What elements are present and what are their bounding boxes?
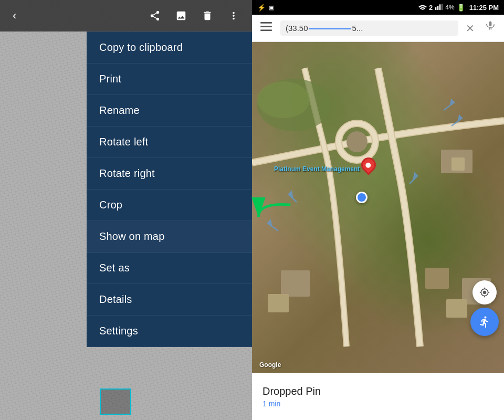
notification-icon: ▣: [269, 4, 274, 11]
menu-item-crop[interactable]: Crop: [87, 190, 252, 221]
toolbar: ‹: [0, 0, 252, 32]
location-dot: [356, 192, 368, 203]
svg-marker-20: [289, 192, 292, 197]
status-right: 2 4% 🔋 11:25 PM: [418, 4, 499, 12]
share-icon: [149, 10, 161, 22]
mic-button[interactable]: [482, 18, 499, 38]
wifi-icon: [418, 4, 427, 12]
search-underline: [309, 28, 351, 29]
green-arrow-icon: [248, 197, 298, 237]
menu-item-details[interactable]: Details: [87, 284, 252, 316]
dropped-pin-title: Dropped Pin: [262, 385, 494, 397]
usb-icon: ⚡: [257, 4, 266, 12]
svg-rect-24: [452, 158, 465, 171]
gallery-button[interactable]: [168, 6, 194, 26]
svg-rect-5: [260, 22, 272, 24]
context-menu: Copy to clipboard Print Rename Rotate le…: [87, 32, 252, 347]
menu-item-settings[interactable]: Settings: [87, 316, 252, 347]
status-bar: ⚡ ▣ 2 4% 🔋 11:25 PM: [252, 0, 504, 15]
walk-button[interactable]: [470, 308, 499, 336]
menu-item-show-on-map[interactable]: Show on map: [87, 221, 252, 253]
menu-item-rotate-right[interactable]: Rotate right: [87, 158, 252, 190]
svg-rect-28: [281, 270, 310, 297]
time-badge: 1 min: [262, 400, 494, 408]
map-pin: [361, 158, 376, 172]
hamburger-menu-button[interactable]: [257, 20, 275, 36]
svg-rect-29: [268, 294, 289, 312]
search-input[interactable]: (33.505...: [280, 20, 458, 36]
bottom-info-panel: Dropped Pin 1 min: [252, 373, 504, 420]
delete-icon: [202, 10, 213, 22]
more-icon: [228, 10, 239, 22]
battery-icon: 🔋: [457, 4, 465, 12]
my-location-button[interactable]: [472, 280, 497, 304]
svg-marker-22: [414, 173, 417, 178]
back-button[interactable]: ‹: [5, 5, 24, 27]
image-thumbnail: [100, 388, 131, 415]
left-panel: ‹ Copy to clipboard Print Rename Rota: [0, 0, 252, 420]
svg-rect-2: [437, 6, 439, 10]
svg-marker-16: [458, 116, 462, 121]
menu-item-rename[interactable]: Rename: [87, 95, 252, 127]
svg-rect-6: [260, 26, 272, 27]
business-label: Platinum Event Management: [274, 165, 360, 173]
search-clear-button[interactable]: ✕: [464, 20, 477, 37]
menu-item-copy[interactable]: Copy to clipboard: [87, 32, 252, 64]
more-button[interactable]: [220, 6, 247, 26]
signal-number: 2: [429, 4, 433, 12]
share-button[interactable]: [142, 6, 168, 26]
delete-button[interactable]: [194, 6, 220, 26]
svg-point-10: [346, 131, 368, 152]
battery-percent: 4%: [445, 4, 454, 11]
search-bar: (33.505... ✕: [252, 15, 504, 42]
svg-rect-1: [435, 7, 437, 10]
svg-rect-27: [425, 268, 449, 289]
gallery-icon: [175, 10, 187, 22]
menu-item-print[interactable]: Print: [87, 64, 252, 95]
signal-bars-icon: [435, 4, 443, 11]
status-time: 11:25 PM: [469, 4, 499, 12]
svg-marker-14: [450, 100, 454, 105]
svg-rect-7: [260, 29, 272, 31]
svg-rect-26: [446, 299, 467, 318]
svg-rect-3: [439, 4, 441, 10]
svg-point-12: [257, 81, 310, 118]
svg-rect-4: [442, 4, 443, 10]
status-left: ⚡ ▣: [257, 4, 274, 12]
search-text: (33.505...: [286, 24, 363, 33]
google-watermark: Google: [259, 361, 281, 369]
menu-item-set-as[interactable]: Set as: [87, 253, 252, 284]
pin-head: [358, 154, 379, 175]
menu-item-rotate-left[interactable]: Rotate left: [87, 127, 252, 158]
